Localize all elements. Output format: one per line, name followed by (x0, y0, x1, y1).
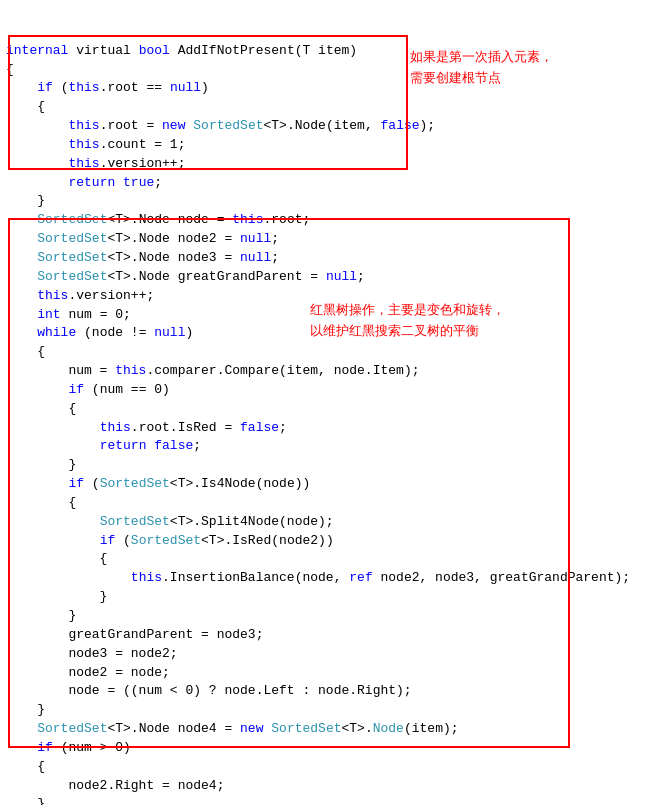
code-token: .comparer.Compare(item, node.Item); (146, 363, 419, 378)
code-token: node2.Right = node4; (6, 778, 224, 793)
code-token: num = (6, 363, 115, 378)
code-token: node2, node3, greatGrandParent); (373, 570, 630, 585)
code-token: this (100, 420, 131, 435)
code-token (6, 570, 131, 585)
code-token: this (68, 80, 99, 95)
code-token: SortedSet (37, 721, 107, 736)
code-token: null (170, 80, 201, 95)
code-token: } (6, 608, 76, 623)
code-token: { (6, 551, 107, 566)
code-token (115, 175, 123, 190)
code-token: (num == 0) (84, 382, 170, 397)
code-token: <T>.Node node3 = (107, 250, 240, 265)
code-line: this.InsertionBalance(node, ref node2, n… (0, 569, 659, 588)
code-token: if (100, 533, 116, 548)
code-token: new (162, 118, 185, 133)
code-token: int (37, 307, 60, 322)
code-token (6, 175, 68, 190)
code-token: { (6, 759, 45, 774)
code-line: if (SortedSet<T>.IsRed(node2)) (0, 532, 659, 551)
code-line: SortedSet<T>.Split4Node(node); (0, 513, 659, 532)
code-token: if (37, 740, 53, 755)
code-line: if (this.root == null) (0, 79, 659, 98)
code-line: this.version++; (0, 155, 659, 174)
code-line: return true; (0, 174, 659, 193)
code-token: bool (139, 43, 170, 58)
code-token: <T>.Node node4 = (107, 721, 240, 736)
code-token (6, 514, 100, 529)
code-token: return (100, 438, 147, 453)
code-token: ; (271, 250, 279, 265)
code-token: .InsertionBalance(node, (162, 570, 349, 585)
code-token: ; (193, 438, 201, 453)
code-line: } (0, 456, 659, 475)
code-line: SortedSet<T>.Node greatGrandParent = nul… (0, 268, 659, 287)
code-line: } (0, 588, 659, 607)
code-line: if (num == 0) (0, 381, 659, 400)
code-line: return false; (0, 437, 659, 456)
code-token: null (326, 269, 357, 284)
code-token: this (68, 156, 99, 171)
code-line: { (0, 758, 659, 777)
code-token: this (68, 118, 99, 133)
code-token: .root.IsRed = (131, 420, 240, 435)
code-token: .root == (100, 80, 170, 95)
code-token (6, 721, 37, 736)
code-line: this.root.IsRed = false; (0, 419, 659, 438)
code-token: } (6, 589, 107, 604)
code-line: { (0, 400, 659, 419)
code-token: <T>.Node node2 = (107, 231, 240, 246)
code-token: .root = (100, 118, 162, 133)
code-token: { (6, 62, 14, 77)
code-token: this (232, 212, 263, 227)
code-token (6, 740, 37, 755)
code-token: SortedSet (37, 250, 107, 265)
code-token: { (6, 401, 76, 416)
code-line: if (num > 0) (0, 739, 659, 758)
code-line: num = this.comparer.Compare(item, node.I… (0, 362, 659, 381)
code-token: this (37, 288, 68, 303)
code-token: virtual (68, 43, 138, 58)
code-token: { (6, 344, 45, 359)
code-token: .root; (263, 212, 310, 227)
code-line: { (0, 98, 659, 117)
code-token: AddIfNotPresent(T item) (170, 43, 357, 58)
code-token (6, 420, 100, 435)
code-token: (item); (404, 721, 459, 736)
code-token: SortedSet (37, 269, 107, 284)
code-token (6, 250, 37, 265)
code-token: ); (420, 118, 436, 133)
code-token: <T>.IsRed(node2)) (201, 533, 334, 548)
code-line: } (0, 795, 659, 805)
code-token (6, 80, 37, 95)
code-line: SortedSet<T>.Node node2 = null; (0, 230, 659, 249)
code-line: this.root = new SortedSet<T>.Node(item, … (0, 117, 659, 136)
code-token: } (6, 193, 45, 208)
code-token (6, 533, 100, 548)
code-token: ) (201, 80, 209, 95)
code-token (6, 118, 68, 133)
code-token: (num > 0) (53, 740, 131, 755)
code-container: internal virtual bool AddIfNotPresent(T … (0, 0, 659, 805)
code-token: this (68, 137, 99, 152)
code-token: (node != (76, 325, 154, 340)
code-token: SortedSet (100, 514, 170, 529)
code-token (6, 438, 100, 453)
code-token: <T>.Node(item, (264, 118, 381, 133)
code-token: node = ((num < 0) ? node.Left : node.Rig… (6, 683, 412, 698)
code-token: SortedSet (37, 231, 107, 246)
code-token: true (123, 175, 154, 190)
code-token (6, 156, 68, 171)
code-token: null (240, 231, 271, 246)
code-line: node = ((num < 0) ? node.Left : node.Rig… (0, 682, 659, 701)
code-token: false (381, 118, 420, 133)
code-token: num = 0; (61, 307, 131, 322)
code-token: { (6, 495, 76, 510)
code-token (6, 307, 37, 322)
code-token (6, 476, 68, 491)
code-token: ( (84, 476, 100, 491)
code-token: ; (271, 231, 279, 246)
code-token: } (6, 457, 76, 472)
code-token: Node (373, 721, 404, 736)
code-area: internal virtual bool AddIfNotPresent(T … (0, 0, 659, 805)
